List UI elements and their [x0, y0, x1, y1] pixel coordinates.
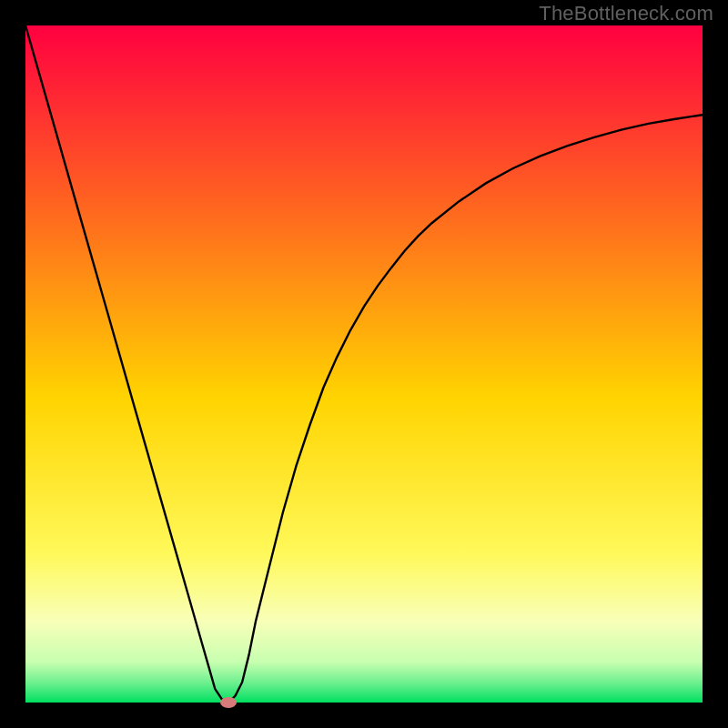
- gradient-background: [25, 25, 703, 703]
- watermark-text: TheBottleneck.com: [539, 2, 713, 25]
- chart-svg: [25, 25, 703, 703]
- minimum-marker: [220, 697, 237, 708]
- plot-area: [25, 25, 703, 703]
